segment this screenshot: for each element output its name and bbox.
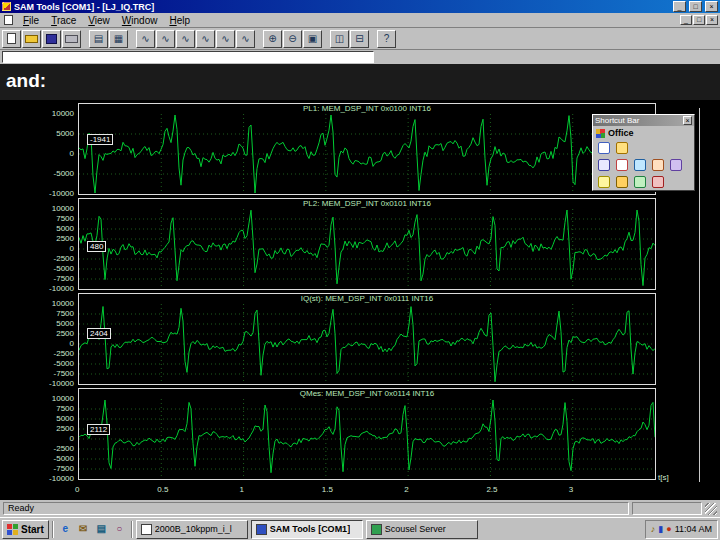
toolbar-separator bbox=[323, 30, 329, 48]
minimize-button[interactable]: _ bbox=[673, 1, 686, 12]
y-tick-label: -10000 bbox=[0, 190, 74, 198]
waveform-plot-4[interactable]: 2112 bbox=[79, 399, 655, 479]
open-icon bbox=[25, 35, 38, 43]
modem-icon[interactable]: ▮ bbox=[658, 524, 663, 534]
help-button[interactable]: ? bbox=[377, 30, 396, 48]
tray-icons: ♪▮● bbox=[651, 524, 672, 534]
print-button[interactable] bbox=[62, 30, 81, 48]
app-icon bbox=[2, 2, 11, 11]
getting-results-button[interactable] bbox=[632, 174, 648, 189]
menu-view[interactable]: View bbox=[82, 15, 116, 26]
size-grip[interactable] bbox=[705, 503, 717, 515]
trace-config-button[interactable]: ▦ bbox=[109, 30, 128, 48]
x-tick-label: 2.5 bbox=[486, 485, 497, 494]
waveform-plot-2[interactable]: 480 bbox=[79, 209, 655, 289]
trace-6-button[interactable]: ∿ bbox=[236, 30, 255, 48]
office-help-icon bbox=[652, 176, 664, 188]
menu-help[interactable]: Help bbox=[163, 15, 196, 26]
y-tick-label: 2500 bbox=[0, 425, 74, 433]
zoom-in-button[interactable]: ⊕ bbox=[263, 30, 282, 48]
internet-explorer-button[interactable]: e bbox=[57, 521, 74, 538]
system-tray: ♪▮● 11:04 AM bbox=[645, 520, 718, 539]
child-minimize-button[interactable]: _ bbox=[680, 15, 692, 25]
new-task-icon bbox=[634, 159, 646, 171]
outlook-express-button[interactable]: ✉ bbox=[75, 521, 92, 538]
shortcut-bar-close-button[interactable]: × bbox=[683, 116, 692, 125]
open-office-document-button[interactable] bbox=[614, 140, 630, 155]
show-desktop-icon: ▤ bbox=[97, 524, 106, 534]
outlook-button[interactable] bbox=[614, 174, 630, 189]
zoom-reset-button[interactable]: ▣ bbox=[303, 30, 322, 48]
show-desktop-button[interactable]: ▤ bbox=[93, 521, 110, 538]
trace-setup-icon: ▤ bbox=[94, 34, 103, 44]
office-section-header[interactable]: Office bbox=[593, 126, 694, 139]
new-message-icon bbox=[598, 159, 610, 171]
new-contact-button[interactable] bbox=[650, 157, 666, 172]
task-button-3[interactable]: Scousel Server bbox=[366, 520, 478, 539]
new-appointment-button[interactable] bbox=[614, 157, 630, 172]
child-restore-button[interactable]: □ bbox=[693, 15, 705, 25]
shortcut-bar-titlebar[interactable]: Shortcut Bar × bbox=[593, 115, 694, 126]
trace-4-icon: ∿ bbox=[201, 34, 209, 44]
waveform-plot-3[interactable]: 2404 bbox=[79, 304, 655, 384]
child-close-button[interactable]: × bbox=[706, 15, 718, 25]
y-tick-label: -7500 bbox=[0, 275, 74, 283]
y-tick-label: -5000 bbox=[0, 455, 74, 463]
marker-value-3: 2404 bbox=[87, 328, 111, 339]
task-button-1[interactable]: 2000B_10kppm_i_l bbox=[136, 520, 248, 539]
open-button[interactable] bbox=[22, 30, 41, 48]
new-office-document-button[interactable] bbox=[596, 140, 612, 155]
trace-5-button[interactable]: ∿ bbox=[216, 30, 235, 48]
x-tick-label: 3 bbox=[569, 485, 573, 494]
trace-2-icon: ∿ bbox=[161, 34, 169, 44]
cascade-windows-button[interactable]: ◫ bbox=[330, 30, 349, 48]
taskbar: Start e✉▤○ 2000B_10kppm_i_lSAM Tools [CO… bbox=[0, 517, 720, 540]
new-task-button[interactable] bbox=[632, 157, 648, 172]
y-tick-label: -7500 bbox=[0, 370, 74, 378]
tile-windows-button[interactable]: ⊟ bbox=[350, 30, 369, 48]
volume-icon[interactable]: ♪ bbox=[651, 524, 656, 534]
trace-4-button[interactable]: ∿ bbox=[196, 30, 215, 48]
trace-3-button[interactable]: ∿ bbox=[176, 30, 195, 48]
trace-file-input[interactable] bbox=[2, 51, 374, 63]
close-button[interactable]: × bbox=[705, 1, 718, 12]
trace-1-button[interactable]: ∿ bbox=[136, 30, 155, 48]
menu-trace[interactable]: Trace bbox=[45, 15, 82, 26]
clock: 11:04 AM bbox=[675, 524, 712, 534]
y-tick-label: 0 bbox=[0, 340, 74, 348]
y-tick-label: 7500 bbox=[0, 310, 74, 318]
trace-setup-button[interactable]: ▤ bbox=[89, 30, 108, 48]
trace-2-button[interactable]: ∿ bbox=[156, 30, 175, 48]
start-button[interactable]: Start bbox=[2, 520, 49, 539]
office-logo-icon bbox=[596, 129, 605, 138]
y-tick-label: -10000 bbox=[0, 285, 74, 293]
quick-launch: e✉▤○ bbox=[57, 521, 128, 538]
waveform-plot-1[interactable]: -1941 bbox=[79, 114, 655, 194]
menu-window[interactable]: Window bbox=[116, 15, 164, 26]
menu-file[interactable]: File bbox=[17, 15, 45, 26]
screen: SAM Tools [COM1] - [LJ_IQ.TRC] _ □ × Fil… bbox=[0, 0, 720, 540]
new-message-button[interactable] bbox=[596, 157, 612, 172]
task-button-2[interactable]: SAM Tools [COM1] bbox=[251, 520, 363, 539]
new-journal-button[interactable] bbox=[668, 157, 684, 172]
new-note-button[interactable] bbox=[596, 174, 612, 189]
save-button[interactable] bbox=[42, 30, 61, 48]
new-button[interactable] bbox=[2, 30, 21, 48]
start-label: Start bbox=[21, 524, 44, 535]
maximize-button[interactable]: □ bbox=[689, 1, 702, 12]
task-label: 2000B_10kppm_i_l bbox=[155, 524, 232, 534]
cascade-windows-icon: ◫ bbox=[335, 34, 344, 44]
office-help-button[interactable] bbox=[650, 174, 666, 189]
x-axis-unit-label: t[s] bbox=[658, 473, 669, 482]
y-tick-label: 10000 bbox=[0, 395, 74, 403]
channels-button[interactable]: ○ bbox=[111, 521, 128, 538]
scheduler-icon[interactable]: ● bbox=[666, 524, 671, 534]
zoom-out-button[interactable]: ⊖ bbox=[283, 30, 302, 48]
toolbar-separator bbox=[370, 30, 376, 48]
x-tick-label: 1 bbox=[240, 485, 244, 494]
y-tick-label: 7500 bbox=[0, 215, 74, 223]
taskbar-divider-2 bbox=[131, 521, 133, 538]
y-tick-label: 10000 bbox=[0, 110, 74, 118]
input-row bbox=[0, 50, 720, 64]
marker-value-2: 480 bbox=[87, 241, 106, 252]
